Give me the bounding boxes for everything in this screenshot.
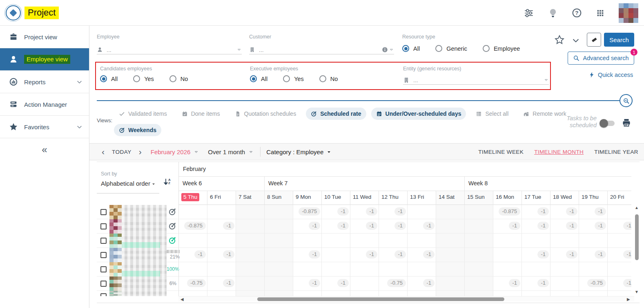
scroll-right-arrow[interactable]: ▶ — [627, 297, 630, 301]
advanced-search-button[interactable]: Advanced search — [568, 52, 634, 65]
chevron-down-icon[interactable] — [76, 124, 82, 130]
scroll-up-arrow[interactable]: ▲ — [635, 205, 639, 210]
radio-yes[interactable]: Yes — [133, 75, 154, 82]
category-selector[interactable]: Category : Employee — [266, 148, 332, 155]
schedule-row — [179, 262, 631, 277]
scheduled-rate-target-icon[interactable] — [167, 222, 178, 230]
period-selector[interactable]: February 2026 — [151, 148, 191, 155]
tasks-to-be-scheduled-label: Tasks to bescheduled — [547, 115, 597, 129]
employee-filter-field[interactable]: Employee ... — [97, 34, 242, 54]
radio-all[interactable]: All — [402, 45, 420, 52]
horizontal-scrollbar[interactable]: ◀ ▶ — [178, 296, 634, 301]
row-checkbox[interactable] — [100, 281, 107, 287]
row-checkbox[interactable] — [100, 238, 107, 244]
schedule-cell: -0.75 — [179, 277, 207, 291]
radio-no[interactable]: No — [169, 75, 188, 82]
idea-bulb-icon[interactable] — [548, 8, 558, 18]
radio-button[interactable] — [169, 75, 176, 82]
radio-employee[interactable]: Employee — [483, 45, 520, 52]
scroll-down-arrow[interactable]: ▼ — [635, 290, 639, 294]
vertical-scroll-thumb[interactable] — [635, 214, 639, 260]
apps-grid-icon[interactable] — [596, 9, 605, 18]
schedule-cell — [236, 234, 265, 248]
radio-all[interactable]: All — [250, 75, 267, 82]
radio-yes[interactable]: Yes — [283, 75, 304, 82]
view-chip-scheduled-rate[interactable]: Scheduled rate — [306, 108, 366, 120]
tasks-to-be-scheduled-toggle[interactable] — [601, 121, 615, 126]
app-logo[interactable]: Project — [6, 5, 59, 20]
redacted-employee-name — [122, 262, 167, 277]
radio-all[interactable]: All — [100, 75, 118, 82]
scroll-left-arrow[interactable]: ◀ — [180, 297, 184, 301]
entity-filter-field[interactable]: Entity (generic resources) ... — [403, 66, 549, 85]
print-icon[interactable] — [622, 118, 631, 128]
chevron-down-icon[interactable] — [544, 77, 549, 83]
view-chip-under-over-scheduled-days[interactable]: Under/Over-scheduled days — [371, 108, 466, 120]
under-scheduled-value: -1 — [509, 222, 520, 230]
radio-button[interactable] — [402, 45, 409, 52]
chevron-down-icon[interactable] — [572, 36, 580, 45]
tab-timeline-month[interactable]: TIMELINE MONTH — [534, 149, 584, 155]
help-icon[interactable]: ? — [572, 8, 582, 18]
radio-button[interactable] — [435, 45, 442, 52]
sidebar-item-employee-view[interactable]: Employee view — [0, 48, 89, 71]
sort-alpha-icon[interactable]: AZ — [163, 178, 171, 185]
schedule-cell: -0.875 — [493, 205, 522, 219]
sidebar-item-project-view[interactable]: Project view — [0, 26, 89, 48]
user-avatar[interactable] — [619, 3, 638, 23]
caret-down-icon[interactable] — [194, 149, 199, 155]
radio-button[interactable] — [133, 75, 140, 82]
schedule-cell: -1 — [493, 277, 522, 291]
search-button[interactable]: Search — [604, 33, 634, 47]
view-chip-validated-items[interactable]: Validated items — [114, 108, 172, 120]
row-checkbox[interactable] — [100, 209, 107, 215]
redacted-text — [167, 250, 180, 253]
chevron-down-icon[interactable] — [236, 47, 242, 52]
horizontal-scroll-thumb[interactable] — [257, 297, 504, 301]
scheduled-rate-target-icon[interactable] — [167, 236, 178, 245]
radio-no[interactable]: No — [319, 75, 338, 82]
radio-button[interactable] — [483, 45, 490, 52]
zoom-out-magnifier-button[interactable] — [619, 94, 633, 107]
scheduled-rate-target-icon[interactable] — [167, 208, 178, 216]
chevron-down-icon[interactable] — [389, 47, 394, 52]
caret-down-icon[interactable] — [151, 182, 156, 187]
tab-timeline-week[interactable]: TIMELINE WEEK — [478, 149, 524, 155]
sidebar-item-action-manager[interactable]: Action Manager — [0, 93, 89, 116]
info-icon[interactable] — [382, 47, 388, 53]
schedule-cell — [436, 291, 465, 296]
clear-filters-button[interactable] — [587, 33, 601, 47]
row-checkbox[interactable] — [100, 266, 107, 272]
chevron-down-icon[interactable] — [76, 79, 82, 85]
view-chip-select-all[interactable]: Select all — [471, 108, 513, 120]
range-selector[interactable]: Over 1 month — [208, 148, 245, 155]
previous-period-chevron[interactable]: ‹ — [102, 148, 105, 156]
customer-filter-field[interactable]: Customer ... — [249, 34, 394, 54]
radio-button[interactable] — [250, 75, 257, 82]
sidebar-collapse-button[interactable]: « — [0, 138, 89, 161]
radio-button[interactable] — [100, 75, 107, 82]
sidebar-item-reports[interactable]: Reports — [0, 71, 89, 93]
radio-button[interactable] — [319, 75, 326, 82]
redacted-avatar — [109, 205, 122, 219]
row-checkbox[interactable] — [100, 252, 107, 258]
view-chip-weekends[interactable]: Weekends — [114, 124, 161, 136]
radio-button[interactable] — [283, 75, 290, 82]
caret-down-icon[interactable] — [248, 149, 254, 155]
under-scheduled-value: -1 — [337, 222, 349, 230]
radio-generic[interactable]: Generic — [435, 45, 467, 52]
view-chip-done-items[interactable]: Done items — [177, 108, 225, 120]
favorite-search-star-icon[interactable] — [555, 35, 564, 45]
quick-access-link[interactable]: Quick access — [588, 72, 633, 78]
today-button[interactable]: TODAY — [112, 149, 131, 155]
sort-order-selector[interactable]: Alphabetical order — [101, 180, 150, 187]
row-checkbox[interactable] — [100, 223, 107, 229]
schedule-cell — [350, 234, 379, 248]
vertical-scrollbar[interactable]: ▲ ▼ — [634, 205, 640, 295]
view-chip-quotation-schedules[interactable]: Quotation schedules — [230, 108, 301, 120]
display-settings-icon[interactable] — [524, 8, 534, 18]
sidebar-item-favorites[interactable]: Favorites — [0, 116, 89, 138]
row-checkbox[interactable] — [100, 293, 107, 296]
next-period-chevron[interactable]: › — [139, 148, 142, 156]
tab-timeline-year[interactable]: TIMELINE YEAR — [594, 149, 638, 155]
